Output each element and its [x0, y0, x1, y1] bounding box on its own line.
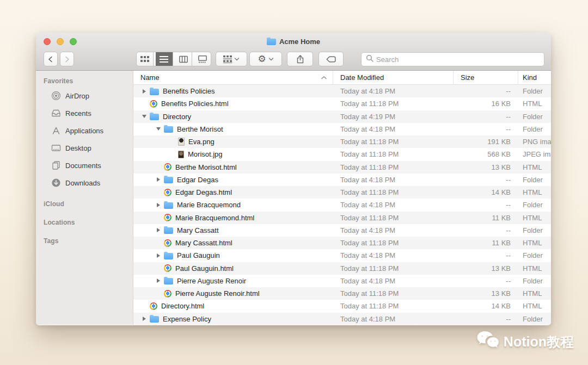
kind-cell: Folder [518, 249, 551, 262]
kind-cell: PNG image [518, 135, 551, 148]
sidebar-item-airdrop[interactable]: AirDrop [36, 87, 133, 104]
table-row[interactable]: Edgar Degas.htmlToday at 11:18 PM14 KBHT… [133, 186, 551, 199]
sidebar-item-label: Recents [65, 109, 91, 117]
watermark: Notion教程 [476, 330, 574, 353]
file-rows: Benefits PoliciesToday at 4:18 PM--Folde… [133, 85, 551, 325]
back-button[interactable] [44, 52, 58, 66]
table-row[interactable]: DirectoryToday at 4:19 PM--Folder [133, 110, 551, 123]
title-bar[interactable]: Acme Home [36, 33, 551, 50]
kind-cell: HTML [518, 300, 551, 312]
file-name: Mary Cassatt.html [175, 239, 232, 247]
table-row[interactable]: Expense PolicyToday at 4:18 PM--Folder [133, 313, 551, 325]
disclosure-triangle-collapsed[interactable] [154, 224, 163, 237]
table-row[interactable]: Mary CassattToday at 4:18 PM--Folder [133, 224, 551, 237]
disclosure-triangle-collapsed[interactable] [154, 249, 163, 262]
forward-button[interactable] [60, 52, 74, 66]
disclosure-triangle-expanded[interactable] [140, 110, 149, 123]
column-header-date-modified[interactable]: Date Modified [333, 71, 454, 84]
table-row[interactable]: Marie Bracquemond.htmlToday at 11:18 PM1… [133, 212, 551, 224]
table-row[interactable]: Mary Cassatt.htmlToday at 11:18 PM11 KBH… [133, 237, 551, 249]
sidebar-item-label: AirDrop [65, 92, 89, 100]
gallery-view-button[interactable] [194, 52, 211, 66]
kind-cell: HTML [518, 287, 551, 300]
column-header-name[interactable]: Name [133, 71, 333, 84]
column-header-name-label: Name [140, 73, 160, 82]
file-name: Edgar Degas [177, 176, 218, 184]
date-modified-cell: Today at 4:18 PM [333, 275, 454, 287]
folder-icon [150, 316, 159, 323]
table-row[interactable]: Directory.htmlToday at 11:18 PM14 KBHTML [133, 300, 551, 312]
column-header-kind[interactable]: Kind [518, 71, 551, 84]
file-name: Expense Policy [163, 315, 211, 323]
gear-icon: ⚙ [258, 54, 266, 64]
table-row[interactable]: Benefits PoliciesToday at 4:18 PM--Folde… [133, 85, 551, 97]
window-title: Acme Home [279, 38, 320, 46]
table-row[interactable]: Morisot.jpgToday at 11:18 PM568 KBJPEG i… [133, 148, 551, 160]
column-view-button[interactable] [175, 52, 192, 66]
table-row[interactable]: Paul GauguinToday at 4:18 PM--Folder [133, 249, 551, 262]
group-button[interactable] [216, 52, 247, 66]
table-row[interactable]: Pierre Auguste RenoirToday at 4:18 PM--F… [133, 275, 551, 287]
table-row[interactable]: Marie BracquemondToday at 4:18 PM--Folde… [133, 199, 551, 211]
disclosure-triangle-collapsed[interactable] [140, 313, 149, 325]
tag-button[interactable] [318, 52, 344, 66]
chevron-down-icon [234, 57, 240, 61]
disclosure-triangle-collapsed[interactable] [154, 199, 163, 211]
action-button[interactable]: ⚙ [249, 52, 282, 66]
date-modified-cell: Today at 4:18 PM [333, 199, 454, 211]
sidebar-item-recents[interactable]: Recents [36, 104, 133, 122]
desktop-icon [51, 143, 61, 153]
table-row[interactable]: Benefits Policies.htmlToday at 11:18 PM1… [133, 97, 551, 110]
date-modified-cell: Today at 4:18 PM [333, 313, 454, 325]
column-header-size[interactable]: Size [454, 71, 518, 84]
table-row[interactable]: Berthe Morisot.htmlToday at 11:18 PM13 K… [133, 161, 551, 174]
kind-cell: Folder [518, 174, 551, 186]
kind-cell: HTML [518, 186, 551, 199]
kind-cell: HTML [518, 237, 551, 249]
search-field[interactable] [361, 52, 544, 66]
kind-cell: Folder [518, 224, 551, 237]
search-input[interactable] [376, 55, 540, 64]
size-cell: -- [454, 249, 518, 262]
name-cell: Berthe Morisot.html [133, 161, 333, 174]
size-cell: -- [454, 174, 518, 186]
sidebar-item-label: Desktop [65, 144, 91, 152]
disclosure-triangle-collapsed[interactable] [154, 275, 163, 287]
html-file-icon [164, 214, 171, 221]
list-view-icon [160, 55, 168, 63]
kind-cell: Folder [518, 199, 551, 211]
disclosure-triangle-collapsed[interactable] [154, 174, 163, 186]
share-button[interactable] [287, 52, 313, 66]
table-row[interactable]: Pierre Auguste Renoir.htmlToday at 11:18… [133, 287, 551, 300]
table-row[interactable]: Eva.pngToday at 11:18 PM191 KBPNG image [133, 135, 551, 148]
file-name: Mary Cassatt [177, 226, 219, 234]
name-cell: Eva.png [133, 135, 333, 148]
name-cell: Benefits Policies.html [133, 97, 333, 110]
png-thumbnail-icon [178, 138, 185, 146]
html-file-icon [164, 189, 171, 196]
table-row[interactable]: Paul Gauguin.htmlToday at 11:18 PM13 KBH… [133, 262, 551, 275]
table-row[interactable]: Edgar DegasToday at 4:18 PM--Folder [133, 174, 551, 186]
list-view-button[interactable] [156, 52, 173, 66]
folder-icon [164, 126, 173, 133]
name-cell: Directory [133, 110, 333, 123]
file-name: Pierre Auguste Renoir.html [175, 289, 260, 298]
sidebar-item-applications[interactable]: Applications [36, 122, 133, 139]
folder-icon [164, 202, 173, 209]
sidebar-item-downloads[interactable]: Downloads [36, 174, 133, 191]
recents-icon [51, 108, 61, 118]
disclosure-triangle-collapsed[interactable] [140, 85, 149, 97]
html-file-icon [164, 239, 171, 247]
disclosure-spacer [154, 186, 163, 199]
icon-view-button[interactable] [137, 52, 154, 66]
size-cell: -- [454, 224, 518, 237]
sidebar-item-desktop[interactable]: Desktop [36, 139, 133, 157]
file-name: Benefits Policies.html [161, 100, 229, 108]
size-cell: 191 KB [454, 135, 518, 148]
folder-icon [150, 89, 159, 95]
disclosure-triangle-expanded[interactable] [154, 123, 163, 135]
name-cell: Pierre Auguste Renoir [133, 275, 333, 287]
file-name: Directory [163, 113, 191, 121]
sidebar-item-documents[interactable]: Documents [36, 157, 133, 174]
table-row[interactable]: Berthe MorisotToday at 4:18 PM--Folder [133, 123, 551, 135]
